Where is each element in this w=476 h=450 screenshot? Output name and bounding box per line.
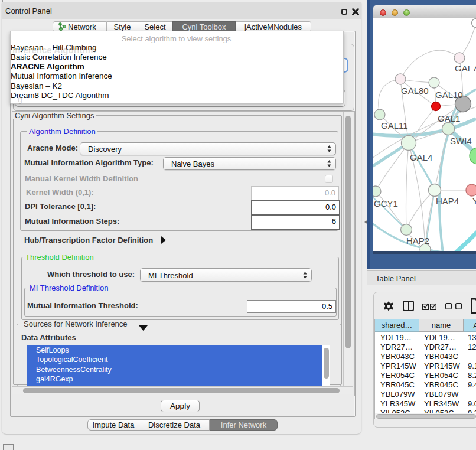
svg-text:HAP4: HAP4 xyxy=(436,196,459,206)
svg-text:GAL4: GAL4 xyxy=(410,152,432,162)
svg-text:GAL80: GAL80 xyxy=(401,86,429,96)
svg-text:GAL10: GAL10 xyxy=(435,90,463,100)
svg-text:GCY1: GCY1 xyxy=(374,198,398,208)
svg-text:GAL7: GAL7 xyxy=(455,63,476,73)
svg-text:HAP2: HAP2 xyxy=(406,236,429,246)
svg-text:GAL11: GAL11 xyxy=(381,120,408,131)
svg-text:Y: Y xyxy=(472,196,476,206)
svg-text:SWI4: SWI4 xyxy=(450,136,472,146)
svg-text:GAL1: GAL1 xyxy=(438,113,460,123)
